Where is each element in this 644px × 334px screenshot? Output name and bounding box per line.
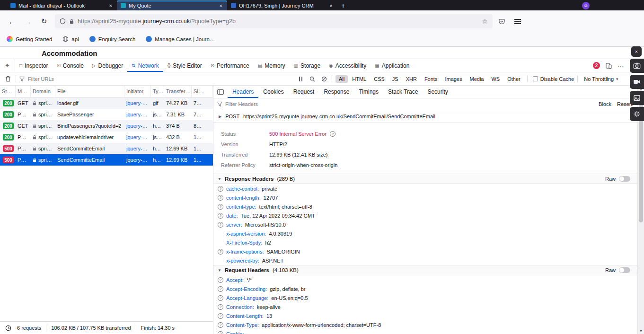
request-row[interactable]: 200GETspri…BindPassengers?quoteId=2jquer… <box>0 120 213 132</box>
help-icon[interactable]: ? <box>218 304 223 310</box>
tab-close-icon[interactable]: × <box>219 3 223 9</box>
type-filter-images[interactable]: Images <box>441 75 465 83</box>
video-camera-icon[interactable] <box>630 75 644 89</box>
column-header[interactable]: St… <box>0 86 16 97</box>
disclosure-triangle-icon[interactable]: ▶ <box>219 114 221 119</box>
details-tab-security[interactable]: Security <box>423 86 452 98</box>
request-headers-section[interactable]: ▼ Request Headers (4.103 KB) Raw <box>213 265 644 275</box>
column-header[interactable]: Domain <box>31 86 55 97</box>
capture-close-button[interactable]: × <box>631 46 642 57</box>
block-requests-button[interactable] <box>320 75 328 83</box>
column-header[interactable]: Transfer… <box>164 86 192 97</box>
search-button[interactable] <box>308 75 317 83</box>
tracking-protection-shield-icon[interactable] <box>60 18 66 25</box>
pick-element-button[interactable]: ⌖ <box>0 59 15 72</box>
details-tab-request[interactable]: Request <box>289 86 319 98</box>
menu-button[interactable] <box>511 15 525 28</box>
devtools-tab-debugger[interactable]: ▷Debugger <box>88 59 127 72</box>
details-tab-timings[interactable]: Timings <box>354 86 383 98</box>
details-tab-response[interactable]: Response <box>319 86 354 98</box>
response-headers-section[interactable]: ▼ Response Headers (289 B) Raw <box>213 174 644 184</box>
type-filter-js[interactable]: JS <box>389 75 402 83</box>
help-icon[interactable]: ? <box>218 249 223 255</box>
filter-urls-input[interactable] <box>28 76 293 82</box>
throttling-dropdown[interactable]: No Throttling ▾ <box>584 76 618 82</box>
request-row[interactable]: 500P…spri…SendCommitteEmailjquery-…h…12.… <box>0 154 213 166</box>
help-icon[interactable]: ? <box>218 213 223 219</box>
devtools-tab-network[interactable]: ⇅Network <box>127 59 163 72</box>
help-icon[interactable]: ? <box>218 313 223 319</box>
tab-close-icon[interactable]: × <box>329 3 334 9</box>
clear-requests-button[interactable] <box>4 75 12 83</box>
type-filter-xhr[interactable]: XHR <box>403 75 420 83</box>
help-icon[interactable]: ? <box>218 286 223 292</box>
bookmark-item[interactable]: Manage Cases | Journ… <box>146 36 215 42</box>
profile-avatar-icon[interactable]: ☺ <box>582 2 590 9</box>
help-icon[interactable]: ? <box>330 131 335 137</box>
forward-button[interactable]: → <box>21 15 35 28</box>
help-icon[interactable]: ? <box>218 195 223 201</box>
details-tab-stack-trace[interactable]: Stack Trace <box>383 86 423 98</box>
console-error-badge[interactable]: 2 <box>593 62 600 69</box>
disable-cache-checkbox[interactable]: Disable Cache <box>533 76 574 82</box>
type-filter-html[interactable]: HTML <box>349 75 370 83</box>
browser-tab[interactable]: Mail - dildar dhayal - Outlook× <box>7 0 117 10</box>
raw-toggle[interactable] <box>619 176 630 182</box>
block-button[interactable]: Block <box>599 101 611 107</box>
details-tab-cookies[interactable]: Cookies <box>258 86 288 98</box>
url-text[interactable]: https://sprint25-myquote.journey-crm.co.… <box>78 18 478 25</box>
type-filter-other[interactable]: Other <box>504 75 524 83</box>
request-row[interactable]: 500P…spri…SendCommitteEmailjquery-…h…12.… <box>0 143 213 154</box>
browser-tab[interactable]: OH17679, Singh | Journey CRM× <box>227 0 337 10</box>
column-header[interactable]: Ty… <box>151 86 164 97</box>
help-icon[interactable]: ? <box>218 186 223 192</box>
devtools-tab-storage[interactable]: ▥Storage <box>290 59 325 72</box>
help-icon[interactable]: ? <box>218 204 223 210</box>
type-filter-css[interactable]: CSS <box>371 75 388 83</box>
new-tab-button[interactable]: + <box>337 0 349 10</box>
lock-icon[interactable] <box>70 19 74 24</box>
browser-tab[interactable]: My Quote× <box>117 0 227 10</box>
type-filter-all[interactable]: All <box>335 75 348 83</box>
scroll-down-arrow[interactable]: ▾ <box>638 327 644 334</box>
gallery-icon[interactable] <box>630 91 644 105</box>
bookmark-item[interactable]: Enquiry Search <box>89 36 136 42</box>
bookmark-star-icon[interactable]: ☆ <box>482 18 488 25</box>
type-filter-fonts[interactable]: Fonts <box>421 75 441 83</box>
filter-headers-input[interactable] <box>225 101 367 107</box>
column-header[interactable]: File <box>55 86 124 97</box>
type-filter-media[interactable]: Media <box>466 75 487 83</box>
save-to-pocket-icon[interactable] <box>494 15 509 28</box>
type-filter-ws[interactable]: WS <box>488 75 503 83</box>
disclosure-triangle-icon[interactable]: ▼ <box>218 177 221 181</box>
column-header[interactable]: Si… <box>192 86 213 97</box>
tab-close-icon[interactable]: × <box>108 3 113 9</box>
devtools-tab-style-editor[interactable]: {}Style Editor <box>163 59 206 72</box>
back-button[interactable]: ← <box>5 15 19 28</box>
column-header[interactable]: M… <box>16 86 31 97</box>
camera-icon[interactable] <box>630 59 644 73</box>
help-icon[interactable]: ? <box>218 331 223 334</box>
responsive-design-icon[interactable] <box>606 63 612 69</box>
meatball-menu-icon[interactable]: ⋯ <box>618 62 624 70</box>
checkbox[interactable] <box>533 76 538 81</box>
devtools-tab-performance[interactable]: ⊙Performance <box>206 59 254 72</box>
devtools-tab-accessibility[interactable]: ◉Accessibility <box>325 59 371 72</box>
disclosure-triangle-icon[interactable]: ▼ <box>218 268 221 272</box>
column-header[interactable]: Initiator <box>124 86 151 97</box>
bookmark-item[interactable]: api <box>62 36 79 42</box>
help-icon[interactable]: ? <box>218 322 223 328</box>
vertical-scrollbar[interactable]: ▴ ▾ <box>637 86 644 334</box>
help-icon[interactable]: ? <box>218 277 223 283</box>
request-row[interactable]: 200GETspri…loader.gifjquery-…gif74.27 KB… <box>0 97 213 109</box>
request-row[interactable]: 200P…spri…updatevehiclemaindriverjquery-… <box>0 132 213 143</box>
devtools-tab-memory[interactable]: ▤Memory <box>254 59 290 72</box>
request-row[interactable]: 200P…spri…SavePassengerjquery-…js…7.31 K… <box>0 109 213 120</box>
raw-toggle[interactable] <box>619 267 630 273</box>
address-bar[interactable]: https://sprint25-myquote.journey-crm.co.… <box>55 14 493 28</box>
reload-button[interactable]: ↻ <box>37 15 51 28</box>
help-icon[interactable]: ? <box>218 295 223 301</box>
help-icon[interactable]: ? <box>218 222 223 228</box>
toggle-details-pane-icon[interactable] <box>213 86 228 98</box>
devtools-tab-inspector[interactable]: □Inspector <box>15 59 52 72</box>
